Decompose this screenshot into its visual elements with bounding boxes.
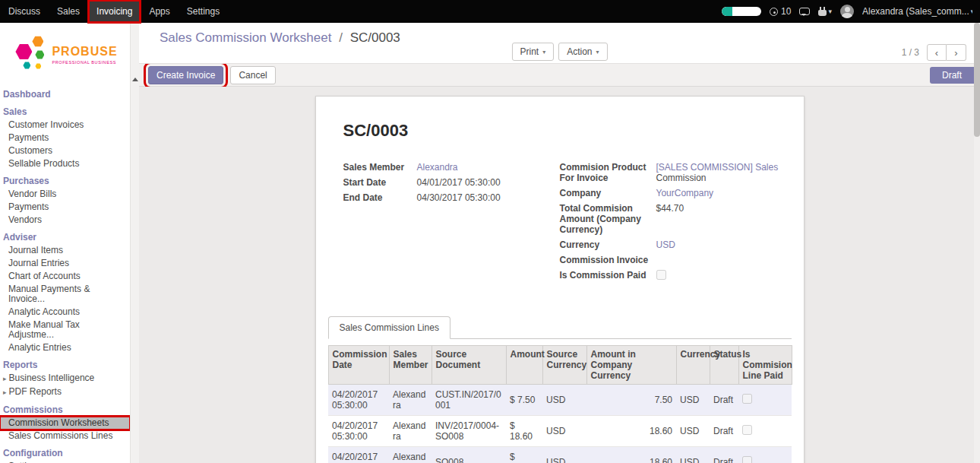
sidebar: PROBUSE PROFESSIONAL BUSINESS Dashboard … <box>0 23 139 463</box>
col-amount-company-currency[interactable]: Amount in Company Currency <box>586 346 676 385</box>
breadcrumb-current: SC/0003 <box>350 30 400 45</box>
cell-amount-company: 18.60 <box>586 416 676 447</box>
sidebar-item-chart-of-accounts[interactable]: Chart of Accounts <box>0 270 130 283</box>
line-paid-checkbox[interactable] <box>742 394 752 404</box>
expand-arrow-icon: ▸ <box>3 375 7 382</box>
sidebar-item-sales-commissions-lines[interactable]: Sales Commissions Lines <box>0 430 130 442</box>
commission-lines-table: Commission Date Sales Member Source Docu… <box>328 345 792 463</box>
cell-status: Draft <box>710 416 738 447</box>
sidebar-item-business-intelligence[interactable]: ▸Business Intelligence <box>0 372 130 385</box>
nav-apps[interactable]: Apps <box>141 0 178 23</box>
create-invoice-button[interactable]: Create Invoice <box>148 66 223 84</box>
print-button[interactable]: Print ▾ <box>511 43 554 61</box>
cell-member: Alexandra <box>389 385 432 416</box>
col-currency[interactable]: Currency <box>676 346 710 385</box>
sidebar-item-vendor-bills[interactable]: Vendor Bills <box>0 188 130 201</box>
field-value-company[interactable]: YourCompany <box>656 188 714 198</box>
record-title: SC/0003 <box>343 121 792 141</box>
sidebar-item-journal-entries[interactable]: Journal Entries <box>0 257 130 270</box>
col-commission-date[interactable]: Commission Date <box>328 346 389 385</box>
commission-line-row[interactable]: 04/20/2017 05:30:00 Alexandra INV/2017/0… <box>328 416 792 447</box>
col-source-currency[interactable]: Source Currency <box>542 346 586 385</box>
cell-doc: INV/2017/0004-SO008 <box>432 416 506 447</box>
cell-date: 04/20/2017 05:30:00 <box>328 416 389 447</box>
sidebar-section-reports[interactable]: Reports <box>0 358 130 372</box>
sidebar-item-vendors[interactable]: Vendors <box>0 214 130 227</box>
tab-sales-commission-lines[interactable]: Sales Commission Lines <box>328 316 450 339</box>
sidebar-section-configuration[interactable]: Configuration <box>0 446 130 460</box>
sidebar-item-journal-items[interactable]: Journal Items <box>0 244 130 257</box>
breadcrumb-parent[interactable]: Sales Commission Worksheet <box>160 30 331 45</box>
field-label-company: Company <box>560 188 656 198</box>
col-is-commission-line-paid[interactable]: Is Commision Line Paid <box>738 346 792 385</box>
main-panel: Sales Commission Worksheet / SC/0003 Pri… <box>139 23 980 463</box>
cell-paid <box>738 385 792 416</box>
cell-src-currency: USD <box>542 385 586 416</box>
activity-timer[interactable]: 10 <box>770 6 791 17</box>
field-label-commission-product: Commision Product For Invoice <box>560 162 656 183</box>
sidebar-item-analytic-entries[interactable]: Analytic Entries <box>0 341 130 354</box>
cell-member: Alexandra <box>389 416 432 447</box>
field-value-total-commission-amount: $44.70 <box>656 203 684 235</box>
col-source-document[interactable]: Source Document <box>432 346 506 385</box>
logo-hexagons-icon <box>12 34 47 75</box>
sidebar-item-payments-purchases[interactable]: Payments <box>0 201 130 214</box>
progress-fill <box>722 7 732 16</box>
field-label-total-commission-amount: Total Commision Amount (Company Currency… <box>560 203 656 235</box>
field-group-left: Sales Member Alexandra Start Date 04/01/… <box>343 162 560 287</box>
field-value-commission-product[interactable]: [SALES COMMISSION] Sales <box>656 162 779 173</box>
col-amount[interactable]: Amount <box>506 346 542 385</box>
sidebar-item-settings[interactable]: Settings <box>0 460 130 463</box>
form-view: SC/0003 Sales Member Alexandra Start Dat… <box>139 87 980 463</box>
page-scrollbar[interactable] <box>974 23 980 463</box>
form-sheet: SC/0003 Sales Member Alexandra Start Dat… <box>315 96 805 463</box>
sidebar-item-make-manual-tax-adjustment[interactable]: Make Manual Tax Adjustme... <box>0 319 130 341</box>
sidebar-item-analytic-accounts[interactable]: Analytic Accounts <box>0 306 130 319</box>
cancel-button[interactable]: Cancel <box>230 66 275 84</box>
sidebar-item-commission-worksheets[interactable]: Commission Worksheets <box>0 417 130 430</box>
probuse-logo[interactable]: PROBUSE PROFESSIONAL BUSINESS <box>0 23 130 82</box>
sidebar-section-dashboard[interactable]: Dashboard <box>0 87 130 101</box>
user-avatar[interactable] <box>840 5 854 18</box>
field-value-currency[interactable]: USD <box>656 239 675 250</box>
chevron-right-icon: › <box>954 47 957 59</box>
sidebar-scrollbar[interactable] <box>130 23 139 463</box>
scrollbar-thumb[interactable] <box>974 23 980 137</box>
cell-paid <box>738 447 792 463</box>
sidebar-section-commissions[interactable]: Commissions <box>0 403 130 417</box>
commission-line-row[interactable]: 04/20/2017 05:30:00 Alexandra CUST.IN/20… <box>328 385 792 416</box>
cell-amount-company: 18.60 <box>586 447 676 463</box>
sidebar-item-customer-invoices[interactable]: Customer Invoices <box>0 119 130 132</box>
nav-discuss[interactable]: Discuss <box>0 0 49 23</box>
nav-settings[interactable]: Settings <box>179 0 228 23</box>
status-badge-draft[interactable]: Draft <box>930 67 974 84</box>
line-paid-checkbox[interactable] <box>742 425 752 435</box>
col-status[interactable]: Status <box>710 346 738 385</box>
cell-src-currency: USD <box>542 416 586 447</box>
messages-icon[interactable] <box>799 8 810 15</box>
sidebar-section-sales[interactable]: Sales <box>0 105 130 119</box>
action-button[interactable]: Action ▾ <box>558 43 607 61</box>
user-menu[interactable]: Alexandra (Sales_comm... ▾ <box>862 6 972 17</box>
col-sales-member[interactable]: Sales Member <box>389 346 432 385</box>
nav-sales[interactable]: Sales <box>49 0 88 23</box>
cell-date: 04/20/2017 05:30:00 <box>328 385 389 416</box>
field-value-commission-product-line2: Commission <box>656 173 779 183</box>
cell-amount: $ 7.50 <box>506 385 542 416</box>
sidebar-item-payments-sales[interactable]: Payments <box>0 132 130 144</box>
nav-invoicing[interactable]: Invoicing <box>88 0 141 23</box>
sidebar-item-sellable-products[interactable]: Sellable Products <box>0 157 130 170</box>
pager-next-button[interactable]: › <box>947 44 966 61</box>
sidebar-item-pdf-reports[interactable]: ▸PDF Reports <box>0 385 130 399</box>
sidebar-section-adviser[interactable]: Adviser <box>0 230 130 244</box>
plug-menu[interactable]: ▾ <box>818 8 832 16</box>
sidebar-item-customers[interactable]: Customers <box>0 144 130 157</box>
pager-previous-button[interactable]: ‹ <box>927 44 947 61</box>
sidebar-section-purchases[interactable]: Purchases <box>0 174 130 188</box>
progress-indicator <box>722 7 761 16</box>
commission-line-row[interactable]: 04/20/2017 10:35:53 Alexandra SO008 $ 18… <box>328 447 792 463</box>
line-paid-checkbox[interactable] <box>742 456 752 463</box>
field-value-sales-member[interactable]: Alexandra <box>417 162 458 173</box>
is-commission-paid-checkbox[interactable] <box>656 270 666 280</box>
sidebar-item-manual-payments-invoice[interactable]: Manual Payments & Invoice... <box>0 283 130 306</box>
